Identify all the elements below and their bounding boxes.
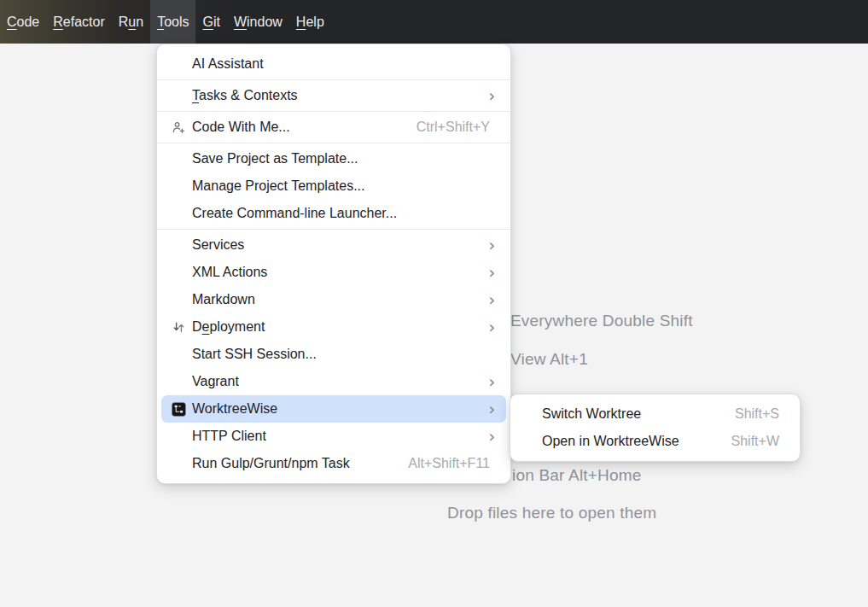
menu-item-ai-assistant[interactable]: AI Assistant	[157, 50, 510, 78]
menu-item-services[interactable]: Services›	[157, 231, 510, 259]
menubar-item-label: Code	[7, 15, 39, 30]
menubar-item-label: Git	[202, 15, 219, 30]
menubar: CodeRefactorRunToolsGitWindowHelp	[0, 0, 868, 44]
menu-item-http-client[interactable]: HTTP Client›	[157, 423, 510, 450]
submenu-arrow-icon: ›	[486, 373, 495, 390]
menu-separator	[157, 143, 510, 143]
menubar-item-refactor[interactable]: Refactor	[46, 0, 111, 44]
menubar-item-git[interactable]: Git	[195, 0, 226, 44]
menubar-item-code[interactable]: Code	[0, 0, 46, 44]
menu-item-code-with-me[interactable]: Code With Me...Ctrl+Shift+Y	[157, 114, 510, 141]
menu-item-label: Create Command-line Launcher...	[192, 206, 397, 221]
editor-hint-text: ion Bar Alt+Home	[512, 466, 642, 485]
menu-item-label: Start SSH Session...	[192, 347, 317, 362]
menu-item-label: Switch Worktree	[542, 406, 641, 422]
tools-menu: AI AssistantTasks & Contexts›Code With M…	[156, 44, 511, 484]
icon-cell	[172, 320, 192, 335]
submenu-arrow-icon: ›	[486, 428, 495, 445]
menu-item-label: Manage Project Templates...	[192, 178, 364, 194]
deployment-arrows-icon	[172, 320, 186, 335]
menu-item-label: Run Gulp/Grunt/npm Task	[192, 456, 350, 471]
menu-item-label: XML Actions	[192, 265, 267, 280]
submenu-arrow-icon: ›	[486, 264, 495, 281]
worktreewise-icon	[172, 402, 186, 417]
menu-item-open-in-worktreewise[interactable]: Open in WorktreeWiseShift+W	[510, 428, 800, 455]
worktreewise-submenu: Switch WorktreeShift+SOpen in WorktreeWi…	[510, 394, 801, 462]
menu-item-shortcut: Alt+Shift+F11	[408, 456, 490, 471]
submenu-arrow-icon: ›	[486, 87, 495, 104]
icon-cell	[172, 402, 192, 417]
menu-item-create-command-line-launcher[interactable]: Create Command-line Launcher...	[157, 200, 510, 227]
menu-item-label: Markdown	[192, 292, 255, 307]
menu-item-shortcut: Shift+S	[735, 406, 779, 422]
menu-item-tasks-contexts[interactable]: Tasks & Contexts›	[157, 82, 510, 109]
menu-separator	[157, 111, 510, 112]
menubar-item-label: Tools	[157, 15, 189, 30]
menu-item-vagrant[interactable]: Vagrant›	[157, 368, 510, 395]
editor-hint-text: View Alt+1	[510, 350, 588, 369]
menubar-item-run[interactable]: Run	[112, 0, 150, 44]
menu-item-label: WorktreeWise	[192, 401, 277, 417]
submenu-arrow-icon: ›	[486, 400, 495, 417]
submenu-arrow-icon: ›	[486, 236, 495, 254]
menu-item-save-project-as-template[interactable]: Save Project as Template...	[157, 145, 510, 172]
menu-item-run-gulp-grunt-npm-task[interactable]: Run Gulp/Grunt/npm TaskAlt+Shift+F11	[157, 450, 510, 477]
menubar-item-tools[interactable]: Tools	[150, 0, 195, 44]
menu-item-label: HTTP Client	[192, 429, 266, 444]
drop-files-hint: Drop files here to open them	[447, 504, 656, 522]
editor-hint-text: Everywhere Double Shift	[510, 312, 693, 330]
menu-item-manage-project-templates[interactable]: Manage Project Templates...	[157, 172, 510, 200]
menu-item-deployment[interactable]: Deployment›	[157, 313, 510, 341]
menu-item-label: Code With Me...	[192, 120, 290, 135]
menu-item-label: Services	[192, 237, 244, 253]
menu-item-label: Save Project as Template...	[192, 151, 358, 166]
submenu-arrow-icon: ›	[486, 318, 495, 336]
menubar-item-label: Help	[296, 15, 324, 30]
menubar-item-window[interactable]: Window	[227, 0, 289, 44]
menu-item-shortcut: Shift+W	[731, 434, 779, 449]
menu-item-label: Deployment	[192, 319, 265, 335]
menu-item-start-ssh-session[interactable]: Start SSH Session...	[157, 341, 510, 368]
menubar-item-label: Refactor	[53, 15, 104, 30]
menu-item-shortcut: Ctrl+Shift+Y	[417, 120, 490, 135]
menu-item-switch-worktree[interactable]: Switch WorktreeShift+S	[510, 400, 800, 428]
menu-item-markdown[interactable]: Markdown›	[157, 286, 510, 313]
menu-item-label: Open in WorktreeWise	[542, 434, 679, 449]
submenu-arrow-icon: ›	[486, 291, 495, 308]
menu-item-label: Tasks & Contexts	[192, 88, 298, 103]
menubar-item-label: Run	[119, 15, 143, 30]
menu-item-label: AI Assistant	[192, 56, 264, 72]
icon-cell	[172, 120, 192, 135]
menu-separator	[157, 79, 510, 80]
menu-item-xml-actions[interactable]: XML Actions›	[157, 259, 510, 286]
menu-separator	[157, 229, 510, 230]
menubar-item-help[interactable]: Help	[289, 0, 331, 44]
menubar-item-label: Window	[234, 15, 283, 30]
menu-item-worktreewise[interactable]: WorktreeWise›	[161, 395, 506, 423]
user-plus-icon	[172, 120, 186, 135]
menu-item-label: Vagrant	[192, 374, 239, 389]
